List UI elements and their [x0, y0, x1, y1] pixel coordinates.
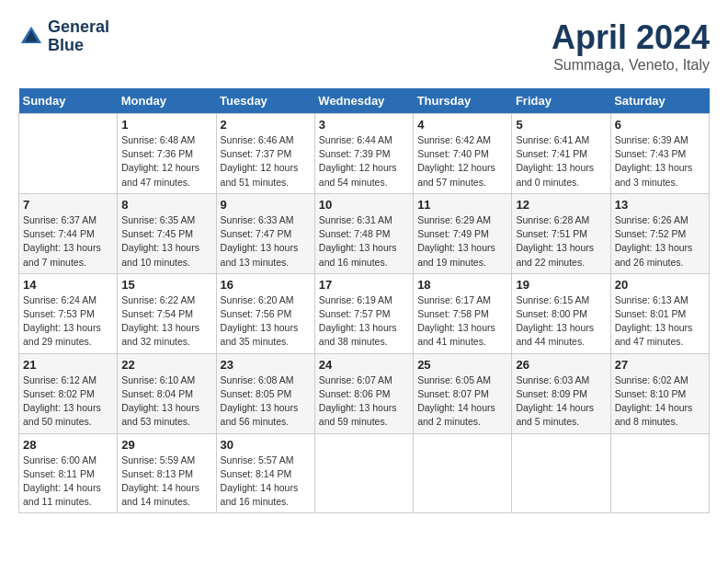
calendar-cell: 12Sunrise: 6:28 AM Sunset: 7:51 PM Dayli…	[512, 193, 610, 273]
calendar-cell: 6Sunrise: 6:39 AM Sunset: 7:43 PM Daylig…	[610, 114, 709, 194]
weekday-header: Friday	[512, 88, 610, 114]
calendar-cell: 11Sunrise: 6:29 AM Sunset: 7:49 PM Dayli…	[414, 193, 512, 273]
day-number: 9	[221, 198, 311, 212]
day-info: Sunrise: 6:28 AM Sunset: 7:51 PM Dayligh…	[516, 213, 606, 270]
logo: General Blue	[18, 18, 109, 55]
calendar-cell: 29Sunrise: 5:59 AM Sunset: 8:13 PM Dayli…	[118, 433, 216, 513]
day-number: 13	[615, 198, 705, 212]
weekday-header: Saturday	[610, 88, 709, 114]
calendar-cell	[610, 433, 709, 513]
day-info: Sunrise: 6:41 AM Sunset: 7:41 PM Dayligh…	[516, 133, 606, 190]
day-number: 12	[516, 198, 606, 212]
day-info: Sunrise: 6:37 AM Sunset: 7:44 PM Dayligh…	[23, 213, 113, 270]
calendar-cell: 30Sunrise: 5:57 AM Sunset: 8:14 PM Dayli…	[216, 433, 314, 513]
day-info: Sunrise: 6:26 AM Sunset: 7:52 PM Dayligh…	[615, 213, 705, 270]
calendar-cell: 17Sunrise: 6:19 AM Sunset: 7:57 PM Dayli…	[314, 273, 413, 353]
day-info: Sunrise: 6:35 AM Sunset: 7:45 PM Dayligh…	[121, 213, 211, 270]
calendar-week-row: 1Sunrise: 6:48 AM Sunset: 7:36 PM Daylig…	[19, 114, 710, 194]
calendar-cell: 10Sunrise: 6:31 AM Sunset: 7:48 PM Dayli…	[314, 193, 413, 273]
calendar-cell: 27Sunrise: 6:02 AM Sunset: 8:10 PM Dayli…	[610, 353, 709, 433]
day-info: Sunrise: 6:24 AM Sunset: 7:53 PM Dayligh…	[23, 293, 113, 350]
day-number: 15	[121, 278, 211, 292]
weekday-header: Tuesday	[216, 88, 314, 114]
day-number: 5	[516, 118, 606, 132]
day-info: Sunrise: 6:17 AM Sunset: 7:58 PM Dayligh…	[417, 293, 507, 350]
calendar-cell: 18Sunrise: 6:17 AM Sunset: 7:58 PM Dayli…	[414, 273, 512, 353]
calendar-week-row: 21Sunrise: 6:12 AM Sunset: 8:02 PM Dayli…	[19, 353, 710, 433]
day-info: Sunrise: 5:59 AM Sunset: 8:13 PM Dayligh…	[121, 454, 211, 510]
day-info: Sunrise: 6:44 AM Sunset: 7:39 PM Dayligh…	[319, 133, 409, 190]
calendar-cell: 2Sunrise: 6:46 AM Sunset: 7:37 PM Daylig…	[216, 114, 314, 194]
day-info: Sunrise: 6:39 AM Sunset: 7:43 PM Dayligh…	[615, 133, 705, 190]
logo-text: General Blue	[48, 18, 109, 55]
calendar-cell: 21Sunrise: 6:12 AM Sunset: 8:02 PM Dayli…	[19, 353, 118, 433]
location: Summaga, Veneto, Italy	[552, 57, 710, 74]
day-info: Sunrise: 5:57 AM Sunset: 8:14 PM Dayligh…	[221, 454, 311, 510]
calendar-body: 1Sunrise: 6:48 AM Sunset: 7:36 PM Daylig…	[19, 114, 710, 513]
calendar-cell: 4Sunrise: 6:42 AM Sunset: 7:40 PM Daylig…	[414, 114, 512, 194]
calendar-cell: 7Sunrise: 6:37 AM Sunset: 7:44 PM Daylig…	[19, 193, 118, 273]
calendar-cell: 8Sunrise: 6:35 AM Sunset: 7:45 PM Daylig…	[118, 193, 216, 273]
logo-icon	[18, 24, 44, 50]
calendar-cell: 15Sunrise: 6:22 AM Sunset: 7:54 PM Dayli…	[118, 273, 216, 353]
day-number: 21	[23, 358, 113, 372]
calendar-cell: 23Sunrise: 6:08 AM Sunset: 8:05 PM Dayli…	[216, 353, 314, 433]
day-info: Sunrise: 6:07 AM Sunset: 8:06 PM Dayligh…	[319, 373, 409, 430]
day-info: Sunrise: 6:02 AM Sunset: 8:10 PM Dayligh…	[615, 373, 705, 430]
title-block: April 2024 Summaga, Veneto, Italy	[552, 18, 710, 74]
day-number: 23	[221, 358, 311, 372]
calendar-cell: 24Sunrise: 6:07 AM Sunset: 8:06 PM Dayli…	[314, 353, 413, 433]
day-info: Sunrise: 6:19 AM Sunset: 7:57 PM Dayligh…	[319, 293, 409, 350]
day-info: Sunrise: 6:42 AM Sunset: 7:40 PM Dayligh…	[417, 133, 507, 190]
header-row: SundayMondayTuesdayWednesdayThursdayFrid…	[19, 88, 710, 114]
calendar-cell: 13Sunrise: 6:26 AM Sunset: 7:52 PM Dayli…	[610, 193, 709, 273]
day-info: Sunrise: 6:08 AM Sunset: 8:05 PM Dayligh…	[221, 373, 311, 430]
calendar-cell	[314, 433, 413, 513]
day-number: 8	[121, 198, 211, 212]
day-number: 3	[319, 118, 409, 132]
calendar-cell	[512, 433, 610, 513]
day-number: 29	[121, 438, 211, 452]
calendar-cell: 19Sunrise: 6:15 AM Sunset: 8:00 PM Dayli…	[512, 273, 610, 353]
day-number: 2	[221, 118, 311, 132]
day-info: Sunrise: 6:46 AM Sunset: 7:37 PM Dayligh…	[221, 133, 311, 190]
day-info: Sunrise: 6:15 AM Sunset: 8:00 PM Dayligh…	[516, 293, 606, 350]
day-info: Sunrise: 6:10 AM Sunset: 8:04 PM Dayligh…	[121, 373, 211, 430]
day-number: 20	[615, 278, 705, 292]
weekday-header: Monday	[118, 88, 216, 114]
calendar-table: SundayMondayTuesdayWednesdayThursdayFrid…	[18, 88, 710, 513]
day-info: Sunrise: 6:00 AM Sunset: 8:11 PM Dayligh…	[23, 454, 113, 510]
calendar-cell: 3Sunrise: 6:44 AM Sunset: 7:39 PM Daylig…	[314, 114, 413, 194]
calendar-week-row: 14Sunrise: 6:24 AM Sunset: 7:53 PM Dayli…	[19, 273, 710, 353]
day-info: Sunrise: 6:48 AM Sunset: 7:36 PM Dayligh…	[121, 133, 211, 190]
day-number: 26	[516, 358, 606, 372]
day-number: 11	[417, 198, 507, 212]
weekday-header: Thursday	[414, 88, 512, 114]
day-number: 28	[23, 438, 113, 452]
day-number: 1	[121, 118, 211, 132]
weekday-header: Sunday	[19, 88, 118, 114]
day-number: 19	[516, 278, 606, 292]
day-number: 24	[319, 358, 409, 372]
day-info: Sunrise: 6:29 AM Sunset: 7:49 PM Dayligh…	[417, 213, 507, 270]
calendar-cell: 20Sunrise: 6:13 AM Sunset: 8:01 PM Dayli…	[610, 273, 709, 353]
calendar-cell: 5Sunrise: 6:41 AM Sunset: 7:41 PM Daylig…	[512, 114, 610, 194]
calendar-cell: 9Sunrise: 6:33 AM Sunset: 7:47 PM Daylig…	[216, 193, 314, 273]
calendar-week-row: 28Sunrise: 6:00 AM Sunset: 8:11 PM Dayli…	[19, 433, 710, 513]
calendar-cell	[414, 433, 512, 513]
day-number: 4	[417, 118, 507, 132]
calendar-cell: 25Sunrise: 6:05 AM Sunset: 8:07 PM Dayli…	[414, 353, 512, 433]
day-number: 18	[417, 278, 507, 292]
calendar-cell: 28Sunrise: 6:00 AM Sunset: 8:11 PM Dayli…	[19, 433, 118, 513]
calendar-week-row: 7Sunrise: 6:37 AM Sunset: 7:44 PM Daylig…	[19, 193, 710, 273]
day-number: 10	[319, 198, 409, 212]
day-number: 22	[121, 358, 211, 372]
day-number: 27	[615, 358, 705, 372]
calendar-cell: 1Sunrise: 6:48 AM Sunset: 7:36 PM Daylig…	[118, 114, 216, 194]
day-info: Sunrise: 6:12 AM Sunset: 8:02 PM Dayligh…	[23, 373, 113, 430]
calendar-cell	[19, 114, 118, 194]
day-info: Sunrise: 6:03 AM Sunset: 8:09 PM Dayligh…	[516, 373, 606, 430]
day-number: 7	[23, 198, 113, 212]
month-title: April 2024	[552, 18, 710, 57]
day-number: 14	[23, 278, 113, 292]
